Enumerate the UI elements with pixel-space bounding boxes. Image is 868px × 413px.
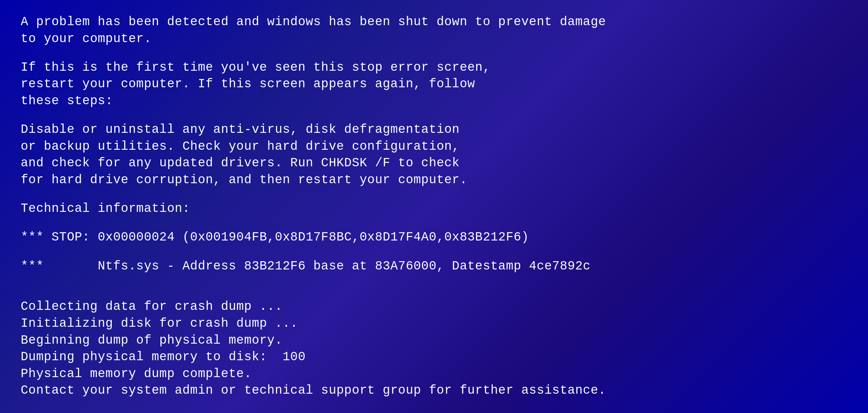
line-5: restart your computer. If this screen ap… xyxy=(21,76,847,93)
line-1: A problem has been detected and windows … xyxy=(21,14,847,31)
line-10: and check for any updated drivers. Run C… xyxy=(21,155,847,172)
line-9: or backup utilities. Check your hard dri… xyxy=(21,138,847,155)
line-11: for hard drive corruption, and then rest… xyxy=(21,172,847,189)
line-17: *** Ntfs.sys - Address 83B212F6 base at … xyxy=(21,258,847,275)
line-8: Disable or uninstall any anti-virus, dis… xyxy=(21,121,847,138)
spacer-6 xyxy=(21,275,847,287)
line-21: Initializing disk for crash dump ... xyxy=(21,315,847,332)
spacer-4 xyxy=(21,217,847,229)
line-4: If this is the first time you've seen th… xyxy=(21,59,847,76)
spacer-1 xyxy=(21,47,847,59)
line-6: these steps: xyxy=(21,93,847,110)
line-22: Beginning dump of physical memory. xyxy=(21,332,847,349)
spacer-7 xyxy=(21,287,847,299)
line-20: Collecting data for crash dump ... xyxy=(21,298,847,315)
spacer-3 xyxy=(21,189,847,201)
line-23: Dumping physical memory to disk: 100 xyxy=(21,349,847,366)
spacer-2 xyxy=(21,110,847,122)
line-13: Technical information: xyxy=(21,200,847,217)
line-24: Physical memory dump complete. xyxy=(21,366,847,383)
line-2: to your computer. xyxy=(21,31,847,48)
line-25: Contact your system admin or technical s… xyxy=(21,382,847,399)
bsod-screen: A problem has been detected and windows … xyxy=(0,0,868,413)
line-15: *** STOP: 0x00000024 (0x001904FB,0x8D17F… xyxy=(21,229,847,246)
spacer-5 xyxy=(21,246,847,258)
